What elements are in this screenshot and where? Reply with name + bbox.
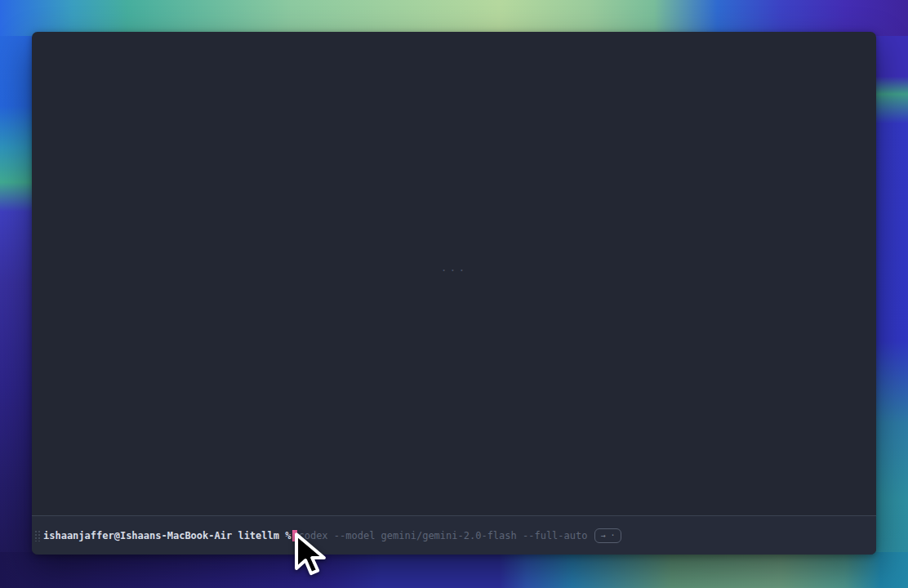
- drag-handle-icon: [34, 529, 40, 541]
- prompt-symbol: %: [285, 530, 291, 541]
- faded-ellipsis-text: ···: [441, 264, 467, 276]
- accept-suggestion-key-hint: → ·: [594, 528, 621, 543]
- terminal-prompt-bar[interactable]: ishaanjaffer@Ishaans-MacBook-Air litellm…: [32, 516, 876, 555]
- terminal-window[interactable]: ··· ishaanjaffer@Ishaans-MacBook-Air lit…: [32, 32, 876, 555]
- prompt-cwd: litellm: [232, 530, 285, 541]
- wallpaper-band-top: [0, 0, 908, 36]
- autosuggestion-text: codex --model gemini/gemini-2.0-flash --…: [298, 530, 587, 541]
- text-caret: [292, 530, 297, 541]
- terminal-output-area[interactable]: ···: [32, 32, 876, 515]
- wallpaper-band-bottom: [0, 552, 908, 588]
- prompt-user-host: ishaanjaffer@Ishaans-MacBook-Air: [43, 530, 232, 541]
